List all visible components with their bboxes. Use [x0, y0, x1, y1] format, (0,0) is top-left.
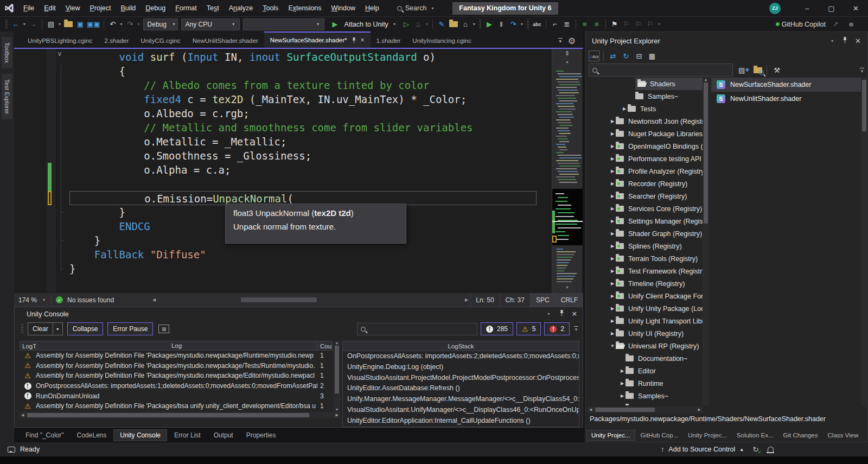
chevron-collapsed-icon[interactable]: ▶: [609, 294, 616, 298]
chevron-collapsed-icon[interactable]: ▶: [609, 156, 616, 161]
github-copilot-button[interactable]: ✓ GitHub Copilot ↗ ☻: [778, 18, 857, 30]
window-position-icon[interactable]: ▼: [546, 312, 552, 316]
side-tab-test-explorer[interactable]: Test Explorer: [2, 74, 12, 119]
chevron-down-icon[interactable]: ▼: [136, 22, 142, 26]
close-icon[interactable]: ✕: [855, 37, 861, 45]
tree-item-unify-client-package-for-de[interactable]: ▶Unify Client Package For De: [586, 290, 703, 302]
chevron-collapsed-icon[interactable]: ▶: [609, 131, 616, 136]
tree-item-services-core-registry-[interactable]: ▶Services Core (Registry): [586, 202, 703, 215]
clear-button[interactable]: Clear ▼: [28, 322, 63, 335]
menu-analyze[interactable]: Analyze: [224, 0, 258, 16]
scroll-right-icon[interactable]: ▶: [463, 297, 470, 302]
tree-item-runtime[interactable]: ▶Runtime: [586, 377, 703, 390]
start-without-debugging-icon[interactable]: ▷: [401, 18, 412, 30]
pause-icon[interactable]: ‖: [496, 18, 507, 30]
chevron-collapsed-icon[interactable]: ▶: [609, 244, 616, 249]
tab-overflow-icon[interactable]: ▼: [558, 38, 563, 44]
line-cursor-icon[interactable]: ⌐: [550, 18, 560, 30]
tree-item-samples~[interactable]: Samples~: [586, 90, 703, 103]
chevron-collapsed-icon[interactable]: ▶: [609, 194, 616, 199]
spell-check-icon[interactable]: abc: [532, 18, 542, 30]
tree-item-shaders[interactable]: Shaders: [586, 78, 703, 90]
stack-frame[interactable]: OnPostprocessAllAssets: importedAssets:2…: [343, 351, 579, 362]
step-over-icon[interactable]: ↷: [508, 18, 519, 30]
error-pause-toggle[interactable]: Error Pause: [107, 322, 153, 335]
code-editor[interactable]: ∨ void surf (Input IN, inout SurfaceOutp…: [14, 49, 583, 293]
refresh-icon[interactable]: ↻: [621, 50, 631, 61]
menu-test[interactable]: Test: [202, 0, 224, 16]
editor-settings-icon[interactable]: ✎: [436, 18, 447, 30]
uncomment-lines-icon[interactable]: ≡: [591, 18, 602, 30]
tree-item-performance-testing-api-re[interactable]: ▶Performance testing API (Re: [586, 152, 703, 165]
bottom-tab-error-list[interactable]: Error List: [168, 430, 207, 441]
send-feedback-icon[interactable]: ☻: [846, 18, 857, 30]
minimap-scrollbar[interactable]: ⇕ ▲ ▼: [552, 49, 582, 293]
startup-item-dropdown[interactable]: ▼: [243, 18, 324, 30]
space-mode-indicator[interactable]: SPC: [530, 293, 555, 307]
chevron-collapsed-icon[interactable]: ▶: [619, 381, 626, 386]
tree-horizontal-scrollbar[interactable]: ◀ ▶: [588, 406, 703, 413]
find-in-files-icon[interactable]: [448, 18, 459, 30]
log-row[interactable]: ⚠Assembly for Assembly Definition File '…: [20, 371, 333, 381]
comment-lines-icon[interactable]: ≡: [579, 18, 590, 30]
redo-icon[interactable]: ↷: [125, 18, 136, 30]
log-row[interactable]: !OnPostprocessAllAssets: importedAssets:…: [20, 381, 333, 391]
tree-item-unify-unity-package-local-[interactable]: ▶Unify Unity Package (Local): [586, 302, 703, 315]
log-row[interactable]: !RunOnDomainUnload3: [20, 391, 333, 401]
chevron-collapsed-icon[interactable]: ▶: [619, 393, 626, 398]
tree-item-shaderlibrary[interactable]: ▶ShaderLibrary: [586, 402, 703, 405]
chevron-collapsed-icon[interactable]: ▶: [619, 368, 626, 373]
gear-icon[interactable]: ⚙: [568, 36, 576, 46]
chevron-down-icon[interactable]: ▼: [471, 22, 477, 26]
window-position-icon[interactable]: ▼: [829, 39, 835, 43]
format-indent-icon[interactable]: ≣: [561, 18, 572, 30]
log-table-header[interactable]: LogT Log Cou: [20, 341, 333, 351]
tree-item-splines-registry-[interactable]: ▶Splines (Registry): [586, 240, 703, 252]
zoom-selector[interactable]: 174 % ▼: [14, 293, 51, 307]
bottom-tab-unity-console[interactable]: Unity Console: [113, 429, 167, 441]
log-vertical-scrollbar[interactable]: ▲ ▼: [334, 341, 340, 411]
tree-item-settings-manager-registry-[interactable]: ▶Settings Manager (Registry): [586, 215, 703, 227]
menu-tools[interactable]: Tools: [258, 0, 283, 16]
add-new-asset-icon[interactable]: ▤✚: [738, 65, 749, 75]
tree-item-recorder-registry-[interactable]: ▶Recorder (Registry): [586, 177, 703, 190]
panel-tab-0[interactable]: Unity Projec...: [586, 430, 635, 441]
warn-count-badge[interactable]: ⚠5: [516, 322, 541, 335]
console-search-input[interactable]: [357, 323, 477, 335]
fold-collapse-icon[interactable]: ∨: [55, 50, 64, 59]
log-horizontal-scrollbar[interactable]: ◀ ▶: [20, 412, 340, 418]
panel-tab-1[interactable]: GitHub Cop...: [636, 430, 683, 440]
account-avatar[interactable]: ZJ: [769, 3, 781, 14]
back-icon[interactable]: ←: [10, 18, 21, 30]
log-row[interactable]: ⚠Assembly for Assembly Definition File '…: [20, 361, 333, 371]
file-item-newsurfaceshader-shader[interactable]: SNewSurfaceShader.shader: [711, 78, 861, 92]
explorer-search-input[interactable]: [589, 63, 733, 77]
chevron-collapsed-icon[interactable]: ▶: [609, 269, 616, 274]
sync-icon[interactable]: ⇄: [608, 50, 618, 61]
open-file-icon[interactable]: [63, 18, 74, 30]
scroll-up-icon[interactable]: ▲: [552, 60, 582, 63]
horizontal-scrollbar[interactable]: [159, 297, 461, 303]
stack-frame[interactable]: VisualStudioAssitant.ProjectModel.Projec…: [343, 373, 579, 384]
doc-tab-unitypbslighting-cginc[interactable]: UnityPBSLighting.cginc: [22, 34, 99, 48]
solution-configuration-dropdown[interactable]: Debug▼: [143, 18, 178, 30]
refresh-status-icon[interactable]: ↻✓: [752, 445, 759, 454]
track-active-item-icon[interactable]: ▦: [647, 50, 658, 61]
tree-vertical-scrollbar[interactable]: ▲: [703, 78, 709, 405]
frames-icon[interactable]: ▦: [158, 325, 169, 333]
bottom-tab-codelens[interactable]: CodeLens: [71, 430, 113, 441]
log-row[interactable]: ⚠Assembly for Assembly Definition File '…: [20, 401, 333, 411]
prev-bookmark-icon[interactable]: ⚐: [621, 18, 632, 30]
chevron-collapsed-icon[interactable]: ▶: [609, 306, 616, 311]
chevron-down-icon[interactable]: ▼: [57, 22, 62, 26]
solution-platform-dropdown[interactable]: Any CPU▼: [181, 18, 240, 30]
sort-alpha-icon[interactable]: ↓A/z: [589, 50, 599, 61]
log-row[interactable]: ⚠Assembly for Assembly Definition File '…: [20, 351, 333, 361]
close-tab-icon[interactable]: ×: [361, 36, 365, 44]
tree-item-documentation~[interactable]: Documentation~: [586, 352, 703, 365]
search-box[interactable]: Search ▼: [392, 2, 441, 15]
pin-icon[interactable]: [559, 310, 564, 318]
tree-item-unity-light-transport-librar[interactable]: ▶Unity Light Transport Librar: [586, 315, 703, 327]
menu-help[interactable]: Help: [360, 0, 384, 16]
tree-item-editor[interactable]: ▶Editor: [586, 365, 703, 377]
